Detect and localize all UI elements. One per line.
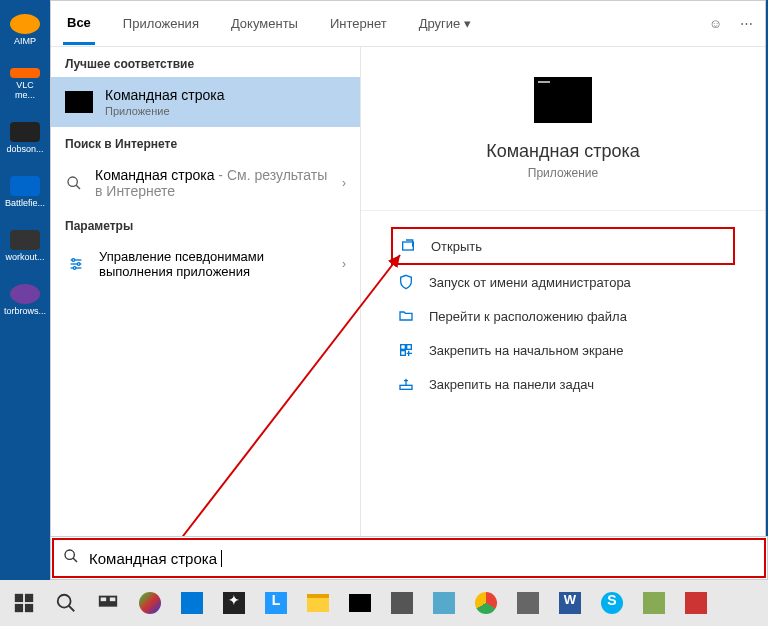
preview-subtitle: Приложение xyxy=(528,166,598,180)
svg-line-15 xyxy=(73,558,77,562)
chevron-right-icon: › xyxy=(342,257,346,271)
pin-start-icon xyxy=(397,341,415,359)
more-icon[interactable]: ⋯ xyxy=(740,16,753,31)
taskbar-app-4[interactable]: L xyxy=(256,583,296,623)
svg-rect-8 xyxy=(403,242,414,250)
svg-line-21 xyxy=(69,606,75,612)
taskbar-app-3[interactable]: ✦ xyxy=(214,583,254,623)
svg-rect-17 xyxy=(25,594,33,602)
start-button[interactable] xyxy=(4,583,44,623)
tab-apps[interactable]: Приложения xyxy=(119,4,203,43)
tab-more[interactable]: Другие ▾ xyxy=(415,4,475,43)
taskbar-app-5[interactable] xyxy=(382,583,422,623)
feedback-icon[interactable]: ☺ xyxy=(709,16,722,31)
svg-line-1 xyxy=(76,185,80,189)
desktop-icon-dobson[interactable]: dobson... xyxy=(9,122,41,154)
action-pin-start[interactable]: Закрепить на начальном экране xyxy=(391,333,735,367)
svg-rect-18 xyxy=(15,604,23,612)
parameters-header: Параметры xyxy=(51,209,360,239)
taskbar-search-button[interactable] xyxy=(46,583,86,623)
result-alias-settings[interactable]: Управление псевдонимами выполнения прило… xyxy=(51,239,360,289)
svg-point-6 xyxy=(77,263,80,266)
shield-icon xyxy=(397,273,415,291)
desktop-icon-battlefield[interactable]: Battlefie... xyxy=(9,176,41,208)
svg-point-14 xyxy=(65,550,74,559)
tab-all[interactable]: Все xyxy=(63,3,95,45)
taskbar-app-7[interactable] xyxy=(508,583,548,623)
action-label: Открыть xyxy=(431,239,482,254)
preview-column: Командная строка Приложение Открыть Запу… xyxy=(361,47,765,579)
svg-rect-12 xyxy=(400,385,412,389)
search-icon xyxy=(63,548,79,568)
result-subtitle: Приложение xyxy=(105,105,346,117)
action-label: Закрепить на панели задач xyxy=(429,377,594,392)
taskbar-cmd[interactable] xyxy=(340,583,380,623)
search-box[interactable]: Командная строка xyxy=(50,536,768,580)
svg-point-7 xyxy=(73,267,76,270)
preview-title: Командная строка xyxy=(486,141,640,162)
desktop: AIMP VLC me... dobson... Battlefie... wo… xyxy=(0,0,50,580)
pin-taskbar-icon xyxy=(397,375,415,393)
search-input-value: Командная строка xyxy=(89,550,222,567)
action-pin-taskbar[interactable]: Закрепить на панели задач xyxy=(391,367,735,401)
folder-icon xyxy=(397,307,415,325)
desktop-icon-torbrowser[interactable]: torbrows... xyxy=(9,284,41,316)
taskbar: ✦ L W S xyxy=(0,580,768,626)
taskbar-word[interactable]: W xyxy=(550,583,590,623)
svg-point-5 xyxy=(72,259,75,262)
svg-rect-10 xyxy=(407,345,412,350)
svg-rect-16 xyxy=(15,594,23,602)
action-open[interactable]: Открыть xyxy=(391,227,735,265)
taskbar-explorer[interactable] xyxy=(298,583,338,623)
preview-cmd-icon xyxy=(534,77,592,123)
results-column: Лучшее соответствие Командная строка При… xyxy=(51,47,361,579)
tab-web[interactable]: Интернет xyxy=(326,4,391,43)
web-search-header: Поиск в Интернете xyxy=(51,127,360,157)
result-title: Командная строка xyxy=(105,87,346,103)
action-label: Запуск от имени администратора xyxy=(429,275,631,290)
web-result-title: Командная строка - См. результаты в Инте… xyxy=(95,167,330,199)
svg-rect-22 xyxy=(100,597,107,603)
best-match-header: Лучшее соответствие xyxy=(51,47,360,77)
taskbar-app-1[interactable] xyxy=(130,583,170,623)
taskbar-chrome[interactable] xyxy=(466,583,506,623)
task-view-button[interactable] xyxy=(88,583,128,623)
action-label: Закрепить на начальном экране xyxy=(429,343,624,358)
search-tabs: Все Приложения Документы Интернет Другие… xyxy=(51,1,765,47)
open-icon xyxy=(399,237,417,255)
taskbar-app-8[interactable] xyxy=(634,583,674,623)
taskbar-skype[interactable]: S xyxy=(592,583,632,623)
chevron-right-icon: › xyxy=(342,176,346,190)
desktop-icon-workout[interactable]: workout... xyxy=(9,230,41,262)
desktop-icon-aimp[interactable]: AIMP xyxy=(9,14,41,46)
svg-rect-9 xyxy=(401,345,406,350)
actions-list: Открыть Запуск от имени администратора П… xyxy=(361,210,765,401)
result-web[interactable]: Командная строка - См. результаты в Инте… xyxy=(51,157,360,209)
svg-rect-19 xyxy=(25,604,33,612)
svg-rect-24 xyxy=(100,604,117,606)
action-open-location[interactable]: Перейти к расположению файла xyxy=(391,299,735,333)
sliders-icon xyxy=(65,253,87,275)
tab-docs[interactable]: Документы xyxy=(227,4,302,43)
svg-rect-11 xyxy=(401,351,406,356)
svg-point-0 xyxy=(68,177,77,186)
taskbar-app-6[interactable] xyxy=(424,583,464,623)
chevron-down-icon: ▾ xyxy=(464,16,471,31)
search-icon xyxy=(65,174,83,192)
action-label: Перейти к расположению файла xyxy=(429,309,627,324)
svg-rect-23 xyxy=(109,597,116,603)
taskbar-app-9[interactable] xyxy=(676,583,716,623)
result-cmd[interactable]: Командная строка Приложение xyxy=(51,77,360,127)
desktop-icon-vlc[interactable]: VLC me... xyxy=(9,68,41,100)
taskbar-app-2[interactable] xyxy=(172,583,212,623)
cmd-icon xyxy=(65,91,93,113)
svg-point-20 xyxy=(58,595,71,608)
alias-result-title: Управление псевдонимами выполнения прило… xyxy=(99,249,330,279)
action-run-admin[interactable]: Запуск от имени администратора xyxy=(391,265,735,299)
search-panel: Все Приложения Документы Интернет Другие… xyxy=(50,0,766,580)
